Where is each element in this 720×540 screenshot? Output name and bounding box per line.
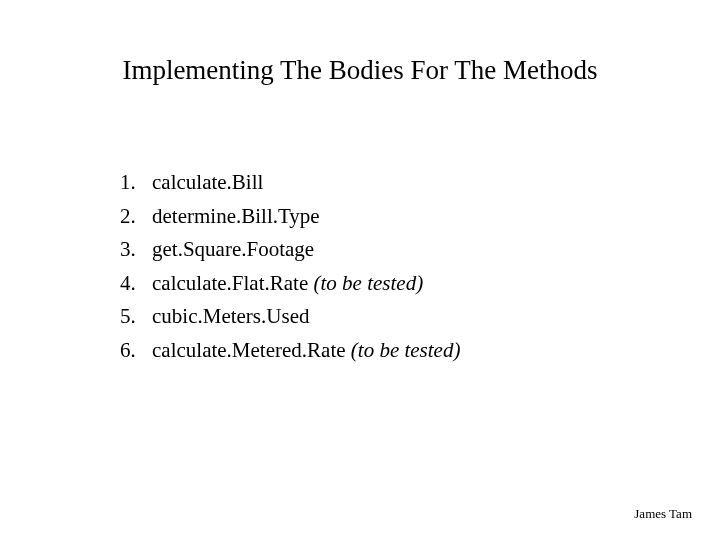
item-text: calculate.Bill: [152, 166, 263, 200]
author-footer: James Tam: [634, 506, 692, 522]
list-item: 2. determine.Bill.Type: [120, 200, 660, 234]
item-number: 1.: [120, 166, 152, 200]
item-number: 5.: [120, 300, 152, 334]
item-number: 3.: [120, 233, 152, 267]
item-number: 6.: [120, 334, 152, 368]
list-item: 4. calculate.Flat.Rate (to be tested): [120, 267, 660, 301]
list-item: 3. get.Square.Footage: [120, 233, 660, 267]
method-list: 1. calculate.Bill 2. determine.Bill.Type…: [60, 166, 660, 368]
item-text: calculate.Flat.Rate (to be tested): [152, 267, 423, 301]
item-note: (to be tested): [351, 338, 461, 362]
item-number: 4.: [120, 267, 152, 301]
item-note: (to be tested): [314, 271, 424, 295]
slide-title: Implementing The Bodies For The Methods: [100, 55, 620, 86]
item-text: get.Square.Footage: [152, 233, 314, 267]
item-text: determine.Bill.Type: [152, 200, 320, 234]
item-text: cubic.Meters.Used: [152, 300, 309, 334]
list-item: 6. calculate.Metered.Rate (to be tested): [120, 334, 660, 368]
list-item: 1. calculate.Bill: [120, 166, 660, 200]
list-item: 5. cubic.Meters.Used: [120, 300, 660, 334]
slide: Implementing The Bodies For The Methods …: [0, 0, 720, 540]
item-number: 2.: [120, 200, 152, 234]
item-text: calculate.Metered.Rate (to be tested): [152, 334, 460, 368]
